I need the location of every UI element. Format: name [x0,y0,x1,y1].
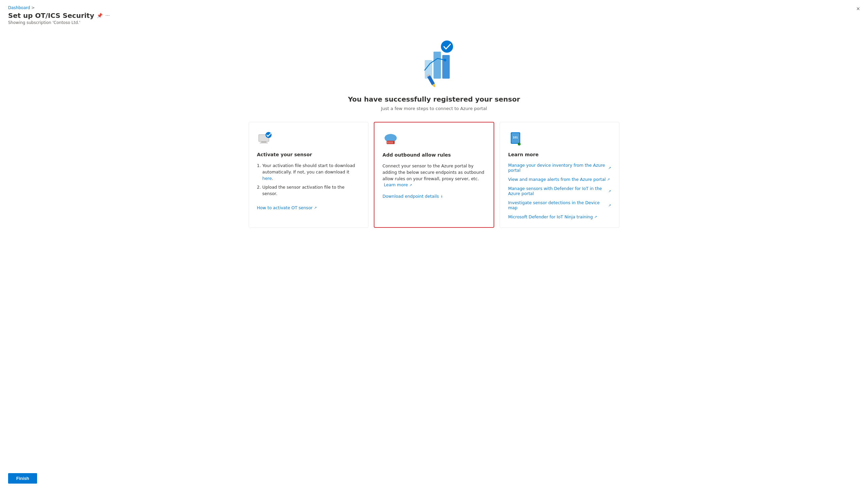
learn-more-card-title: Learn more [508,152,611,157]
svg-point-6 [441,40,453,53]
how-to-activate-link[interactable]: How to activate OT sensor ↗ [257,205,360,210]
alerts-link[interactable]: View and manage alerts from the Azure po… [508,177,610,182]
ext-icon-4: ↗ [594,215,597,219]
svg-text:✓: ✓ [519,143,520,145]
more-icon[interactable]: ··· [105,13,110,18]
page-wrapper: × Dashboard > Set up OT/ICS Security 📌 ·… [0,0,868,489]
svg-point-7 [444,59,446,61]
svg-rect-11 [260,142,268,143]
svg-text:101: 101 [513,136,518,139]
outbound-icon [383,131,399,147]
list-item: View and manage alerts from the Azure po… [508,177,611,182]
ext-icon-0: ↗ [608,166,611,170]
learn-more-link-outbound[interactable]: Learn more ↗ [384,182,412,188]
activate-sensor-card: Activate your sensor Your activation fil… [249,122,368,228]
download-endpoint-link[interactable]: Download endpoint details ↓ [383,194,485,199]
outbound-card-title: Add outbound allow rules [383,152,485,158]
activate-step-1: Your activation file should start to dow… [257,163,360,182]
outbound-rules-card: Add outbound allow rules Connect your se… [374,122,494,228]
manage-sensors-link[interactable]: Manage sensors with Defender for IoT in … [508,186,611,196]
success-subtitle: Just a few more steps to connect to Azur… [381,106,487,111]
cards-row: Activate your sensor Your activation fil… [249,122,620,228]
close-button[interactable]: × [856,5,860,12]
breadcrumb: Dashboard > [8,5,860,10]
learn-more-icon: 101 ✓ [508,130,524,146]
breadcrumb-separator: > [31,5,35,10]
page-title: Set up OT/ICS Security [8,11,94,20]
ninja-training-link[interactable]: Microsoft Defender for IoT Ninja trainin… [508,214,597,219]
learn-more-ext-icon: ↗ [409,183,412,188]
activate-icon [257,130,273,146]
list-item: Manage your device inventory from the Az… [508,163,611,173]
list-item: Investigate sensor detections in the Dev… [508,200,611,210]
ext-icon-1: ↗ [607,178,610,181]
page-subtitle: Showing subscription 'Contoso Ltd.' [8,20,860,25]
page-header: Set up OT/ICS Security 📌 ··· [8,11,860,20]
list-item: Manage sensors with Defender for IoT in … [508,186,611,196]
svg-rect-19 [391,141,393,143]
svg-rect-2 [442,55,450,79]
svg-rect-18 [389,141,391,143]
pin-icon[interactable]: 📌 [97,13,103,18]
learn-more-links-list: Manage your device inventory from the Az… [508,163,611,219]
activate-card-title: Activate your sensor [257,152,360,157]
main-content: You have successfully registered your se… [8,33,860,465]
device-inventory-link[interactable]: Manage your device inventory from the Az… [508,163,611,173]
download-icon: ↓ [440,194,443,198]
ext-icon-2: ↗ [608,189,611,193]
footer: Finish [8,465,860,484]
device-map-link[interactable]: Investigate sensor detections in the Dev… [508,200,611,210]
svg-rect-1 [433,52,441,79]
activate-steps-list: Your activation file should start to dow… [257,163,360,200]
external-link-icon: ↗ [314,206,317,210]
breadcrumb-parent[interactable]: Dashboard [8,5,30,10]
here-link[interactable]: here [262,175,272,182]
finish-button[interactable]: Finish [8,473,37,484]
learn-more-card: 101 ✓ Learn more Manage your device inve… [500,122,619,228]
ext-icon-3: ↗ [608,203,611,207]
success-title: You have successfully registered your se… [348,95,520,103]
svg-rect-17 [387,141,389,143]
svg-point-12 [265,132,272,138]
activate-step-2: Upload the sensor activation file to the… [257,184,360,197]
outbound-description: Connect your sensor to the Azure portal … [383,163,485,188]
hero-illustration [407,33,461,87]
list-item: Microsoft Defender for IoT Ninja trainin… [508,214,611,219]
